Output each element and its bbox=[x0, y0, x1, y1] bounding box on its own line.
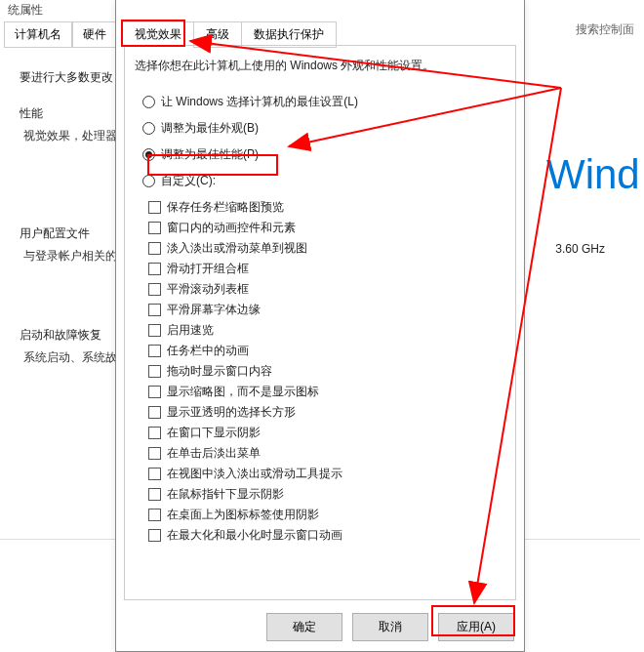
radio-icon bbox=[142, 175, 155, 187]
check-label: 显示缩略图，而不是显示图标 bbox=[167, 384, 319, 400]
radio-label: 调整为最佳外观(B) bbox=[161, 120, 259, 137]
checkbox-icon bbox=[148, 283, 161, 296]
bg-perf-body: 视觉效果，处理器 bbox=[20, 127, 117, 145]
tab-visual-effects[interactable]: 视觉效果 bbox=[122, 21, 194, 48]
radio-icon bbox=[142, 148, 155, 161]
check-label: 在桌面上为图标标签使用阴影 bbox=[167, 507, 319, 523]
checkbox-icon bbox=[148, 345, 161, 357]
bg-tab-hardware[interactable]: 硬件 bbox=[72, 21, 117, 48]
check-row[interactable]: 在单击后淡出菜单 bbox=[148, 445, 505, 462]
bg-perf-title: 性能 bbox=[20, 104, 117, 123]
checkbox-icon bbox=[148, 242, 161, 255]
checkbox-list: 保存任务栏缩略图预览 窗口内的动画控件和元素 淡入淡出或滑动菜单到视图 滑动打开… bbox=[148, 199, 505, 544]
radio-let-windows[interactable]: 让 Windows 选择计算机的最佳设置(L) bbox=[142, 94, 505, 110]
radio-best-performance[interactable]: 调整为最佳性能(P) bbox=[142, 146, 505, 163]
check-label: 在单击后淡出菜单 bbox=[167, 445, 261, 462]
check-row[interactable]: 平滑屏幕字体边缘 bbox=[148, 302, 505, 318]
check-label: 平滑屏幕字体边缘 bbox=[167, 302, 261, 318]
checkbox-icon bbox=[148, 222, 161, 234]
radio-group: 让 Windows 选择计算机的最佳设置(L) 调整为最佳外观(B) 调整为最佳… bbox=[142, 94, 505, 189]
bg-content: 要进行大多数更改 性能 视觉效果，处理器 用户配置文件 与登录帐户相关的 启动和… bbox=[20, 59, 117, 367]
bg-window-title: 统属性 bbox=[8, 2, 43, 19]
checkbox-icon bbox=[148, 263, 161, 275]
checkbox-icon bbox=[148, 365, 161, 378]
checkbox-icon bbox=[148, 468, 161, 480]
bg-profile-title: 用户配置文件 bbox=[20, 224, 117, 243]
check-label: 淡入淡出或滑动菜单到视图 bbox=[167, 240, 307, 257]
check-label: 在鼠标指针下显示阴影 bbox=[167, 486, 284, 503]
check-row[interactable]: 启用速览 bbox=[148, 322, 505, 339]
check-label: 平滑滚动列表框 bbox=[167, 281, 249, 298]
windows-brand-text: Wind bbox=[546, 151, 644, 198]
checkbox-icon bbox=[148, 386, 161, 398]
check-row[interactable]: 任务栏中的动画 bbox=[148, 343, 505, 359]
tab-advanced[interactable]: 高级 bbox=[193, 21, 242, 48]
radio-icon bbox=[142, 96, 155, 108]
check-row[interactable]: 在窗口下显示阴影 bbox=[148, 425, 505, 441]
check-label: 拖动时显示窗口内容 bbox=[167, 363, 272, 380]
check-label: 窗口内的动画控件和元素 bbox=[167, 220, 296, 236]
bg-startup-body: 系统启动、系统故 bbox=[20, 348, 117, 367]
cancel-button[interactable]: 取消 bbox=[352, 613, 428, 641]
check-label: 在窗口下显示阴影 bbox=[167, 425, 261, 441]
check-row[interactable]: 滑动打开组合框 bbox=[148, 261, 505, 277]
bg-change-line: 要进行大多数更改 bbox=[20, 68, 117, 87]
tab-dep[interactable]: 数据执行保护 bbox=[241, 21, 337, 48]
checkbox-icon bbox=[148, 427, 161, 439]
check-row[interactable]: 在最大化和最小化时显示窗口动画 bbox=[148, 527, 505, 544]
check-label: 保存任务栏缩略图预览 bbox=[167, 199, 284, 216]
check-row[interactable]: 淡入淡出或滑动菜单到视图 bbox=[148, 240, 505, 257]
checkbox-icon bbox=[148, 324, 161, 337]
check-row[interactable]: 拖动时显示窗口内容 bbox=[148, 363, 505, 380]
bg-startup-title: 启动和故障恢复 bbox=[20, 326, 117, 345]
dialog-body: 选择你想在此计算机上使用的 Windows 外观和性能设置。 让 Windows… bbox=[124, 45, 516, 600]
radio-label: 让 Windows 选择计算机的最佳设置(L) bbox=[161, 94, 358, 110]
check-label: 任务栏中的动画 bbox=[167, 343, 249, 359]
bg-tab-computer-name[interactable]: 计算机名 bbox=[4, 21, 72, 48]
dialog-footer: 确定 取消 应用(A) bbox=[266, 613, 514, 641]
checkbox-icon bbox=[148, 304, 161, 316]
check-label: 显示亚透明的选择长方形 bbox=[167, 404, 296, 421]
checkbox-icon bbox=[148, 447, 161, 460]
radio-label: 调整为最佳性能(P) bbox=[161, 146, 259, 163]
check-label: 滑动打开组合框 bbox=[167, 261, 249, 277]
radio-custom[interactable]: 自定义(C): bbox=[142, 173, 505, 189]
bg-search-input[interactable]: 搜索控制面 bbox=[572, 20, 638, 40]
radio-icon bbox=[142, 122, 155, 135]
check-row[interactable]: 保存任务栏缩略图预览 bbox=[148, 199, 505, 216]
check-row[interactable]: 在视图中淡入淡出或滑动工具提示 bbox=[148, 466, 505, 482]
checkbox-icon bbox=[148, 529, 161, 542]
dialog-tabs: 视觉效果 高级 数据执行保护 bbox=[122, 21, 336, 48]
check-row[interactable]: 在鼠标指针下显示阴影 bbox=[148, 486, 505, 503]
dialog-description: 选择你想在此计算机上使用的 Windows 外观和性能设置。 bbox=[135, 58, 505, 74]
check-row[interactable]: 窗口内的动画控件和元素 bbox=[148, 220, 505, 236]
check-row[interactable]: 显示亚透明的选择长方形 bbox=[148, 404, 505, 421]
check-label: 启用速览 bbox=[167, 322, 214, 339]
check-row[interactable]: 显示缩略图，而不是显示图标 bbox=[148, 384, 505, 400]
apply-button[interactable]: 应用(A) bbox=[438, 613, 514, 641]
checkbox-icon bbox=[148, 509, 161, 521]
performance-options-dialog: 视觉效果 高级 数据执行保护 选择你想在此计算机上使用的 Windows 外观和… bbox=[115, 0, 525, 652]
checkbox-icon bbox=[148, 201, 161, 214]
check-label: 在视图中淡入淡出或滑动工具提示 bbox=[167, 466, 342, 482]
check-row[interactable]: 在桌面上为图标标签使用阴影 bbox=[148, 507, 505, 523]
bg-profile-body: 与登录帐户相关的 bbox=[20, 247, 117, 265]
check-label: 在最大化和最小化时显示窗口动画 bbox=[167, 527, 342, 544]
check-row[interactable]: 平滑滚动列表框 bbox=[148, 281, 505, 298]
ok-button[interactable]: 确定 bbox=[266, 613, 342, 641]
checkbox-icon bbox=[148, 488, 161, 501]
radio-best-appearance[interactable]: 调整为最佳外观(B) bbox=[142, 120, 505, 137]
checkbox-icon bbox=[148, 406, 161, 419]
radio-label: 自定义(C): bbox=[161, 173, 216, 189]
cpu-ghz-text: 3.60 GHz bbox=[555, 242, 605, 256]
